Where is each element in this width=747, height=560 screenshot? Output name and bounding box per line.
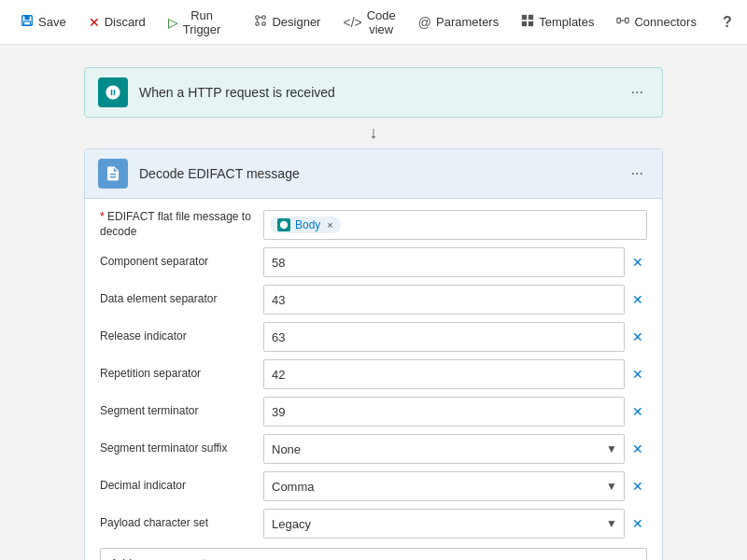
discard-label: Discard <box>105 15 146 29</box>
designer-label: Designer <box>272 15 320 29</box>
segment-terminator-label: Segment terminator <box>100 404 263 419</box>
component-separator-clear[interactable]: ✕ <box>628 253 647 272</box>
code-view-button[interactable]: </> Code view <box>333 3 404 42</box>
repetition-label: Repetition separator <box>100 367 263 382</box>
trigger-icon-wrap <box>98 77 128 107</box>
svg-rect-11 <box>522 21 527 26</box>
edifact-input-wrap[interactable]: Body × <box>263 210 647 240</box>
svg-rect-13 <box>617 18 621 22</box>
templates-label: Templates <box>539 15 594 29</box>
data-element-input[interactable] <box>263 285 625 315</box>
svg-rect-9 <box>522 15 527 20</box>
segment-terminator-control: ✕ <box>263 397 647 427</box>
run-trigger-button[interactable]: ▷ Run Trigger <box>159 3 231 42</box>
templates-icon <box>521 14 534 30</box>
edifact-row: EDIFACT flat file message to decode Body… <box>100 210 647 240</box>
run-icon: ▷ <box>168 15 178 30</box>
run-trigger-label: Run Trigger <box>183 8 221 36</box>
payload-label: Payload character set <box>100 516 263 531</box>
http-icon <box>105 84 121 101</box>
action-icon-wrap <box>98 159 128 189</box>
decode-icon <box>105 165 121 182</box>
repetition-row: Repetition separator ✕ <box>100 359 647 389</box>
segment-terminator-row: Segment terminator ✕ <box>100 397 647 427</box>
segment-suffix-label: Segment terminator suffix <box>100 441 263 456</box>
save-button[interactable]: Save <box>11 8 76 35</box>
action-title: Decode EDIFACT message <box>139 166 626 181</box>
decimal-indicator-label: Decimal indicator <box>100 479 263 494</box>
canvas: When a HTTP request is received ··· ↓ De… <box>0 45 747 560</box>
svg-point-3 <box>256 16 260 20</box>
data-element-control: ✕ <box>263 285 647 315</box>
edifact-control: Body × <box>263 210 647 240</box>
decimal-indicator-control: Comma Period ▼ ✕ <box>263 471 647 501</box>
segment-suffix-row: Segment terminator suffix None CR LF CRL… <box>100 434 647 464</box>
designer-icon <box>254 14 267 30</box>
toolbar: Save ✕ Discard ▷ Run Trigger Designer </… <box>0 0 747 45</box>
body-pill-icon <box>277 218 290 231</box>
decimal-indicator-select[interactable]: Comma Period <box>263 471 625 501</box>
payload-row: Payload character set Legacy UTF-8 ▼ ✕ <box>100 509 647 539</box>
segment-terminator-input[interactable] <box>263 397 625 427</box>
segment-suffix-clear[interactable]: ✕ <box>628 440 647 458</box>
body-pill-close[interactable]: × <box>327 219 332 231</box>
segment-suffix-control: None CR LF CRLF ▼ ✕ <box>263 434 647 464</box>
svg-point-6 <box>262 22 266 26</box>
segment-terminator-clear[interactable]: ✕ <box>628 402 647 421</box>
help-button[interactable]: ? <box>713 8 741 36</box>
payload-clear[interactable]: ✕ <box>628 514 647 533</box>
parameters-label: Parameters <box>436 15 499 29</box>
action-header: Decode EDIFACT message ··· <box>85 149 662 199</box>
svg-rect-10 <box>529 15 533 20</box>
component-separator-control: ✕ <box>263 247 647 277</box>
add-param-row[interactable]: Add new parameter ▼ <box>100 548 647 560</box>
decimal-indicator-clear[interactable]: ✕ <box>628 477 647 496</box>
component-separator-input[interactable] <box>263 247 625 277</box>
release-indicator-row: Release indicator ✕ <box>100 322 647 352</box>
svg-point-5 <box>256 22 260 26</box>
form-body: EDIFACT flat file message to decode Body… <box>85 199 662 560</box>
action-ellipsis-button[interactable]: ··· <box>626 163 649 184</box>
add-param-label: Add new parameter <box>110 556 626 561</box>
data-element-clear[interactable]: ✕ <box>628 290 647 309</box>
repetition-input[interactable] <box>263 359 625 389</box>
repetition-control: ✕ <box>263 359 647 389</box>
help-icon: ? <box>723 14 732 31</box>
trigger-ellipsis-button[interactable]: ··· <box>626 82 649 103</box>
svg-rect-14 <box>626 18 629 22</box>
release-indicator-input[interactable] <box>263 322 625 352</box>
repetition-clear[interactable]: ✕ <box>628 365 647 384</box>
payload-select-wrap: Legacy UTF-8 ▼ <box>263 509 625 539</box>
payload-select[interactable]: Legacy UTF-8 <box>263 509 625 539</box>
designer-button[interactable]: Designer <box>245 8 330 35</box>
save-label: Save <box>38 15 66 29</box>
svg-rect-12 <box>529 21 533 26</box>
save-icon <box>21 14 34 30</box>
segment-suffix-select-wrap: None CR LF CRLF ▼ <box>263 434 625 464</box>
connectors-label: Connectors <box>634 15 696 29</box>
connectors-icon <box>616 14 629 30</box>
data-element-label: Data element separator <box>100 292 263 307</box>
release-indicator-control: ✕ <box>263 322 647 352</box>
discard-button[interactable]: ✕ Discard <box>79 9 155 35</box>
svg-rect-1 <box>24 16 29 20</box>
data-element-row: Data element separator ✕ <box>100 285 647 315</box>
add-param-chevron-icon: ▼ <box>626 556 637 560</box>
decimal-indicator-select-wrap: Comma Period ▼ <box>263 471 625 501</box>
parameters-icon: @ <box>418 15 431 30</box>
arrow-down: ↓ <box>37 123 710 143</box>
code-view-label: Code view <box>367 8 396 36</box>
trigger-block: When a HTTP request is received ··· <box>84 67 663 118</box>
body-pill: Body × <box>270 217 341 233</box>
decimal-indicator-row: Decimal indicator Comma Period ▼ ✕ <box>100 471 647 501</box>
body-pill-label: Body <box>295 218 320 231</box>
release-indicator-label: Release indicator <box>100 329 263 344</box>
templates-button[interactable]: Templates <box>512 8 603 35</box>
connectors-button[interactable]: Connectors <box>607 8 705 35</box>
parameters-button[interactable]: @ Parameters <box>409 9 508 35</box>
payload-control: Legacy UTF-8 ▼ ✕ <box>263 509 647 539</box>
segment-suffix-select[interactable]: None CR LF CRLF <box>263 434 625 464</box>
release-indicator-clear[interactable]: ✕ <box>628 328 647 346</box>
discard-icon: ✕ <box>89 15 100 30</box>
code-icon: </> <box>343 15 361 30</box>
